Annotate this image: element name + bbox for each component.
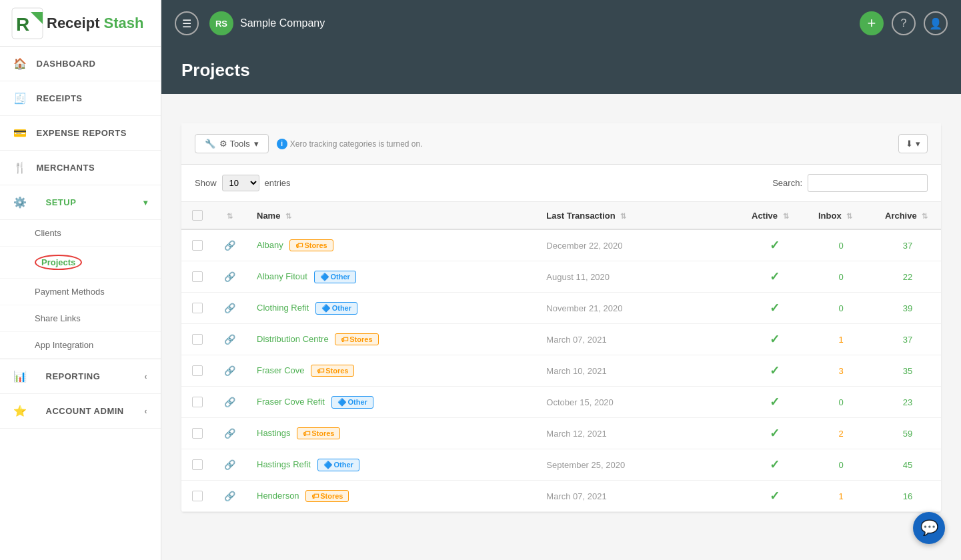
inbox-value-2[interactable]: 0 xyxy=(838,303,843,313)
project-name-5[interactable]: Fraser Cove Refit xyxy=(257,397,325,407)
row-link-5[interactable]: 🔗 xyxy=(213,387,246,418)
row-check-7[interactable] xyxy=(192,459,203,470)
project-name-1[interactable]: Albany Fitout xyxy=(257,271,307,281)
archive-value-2[interactable]: 39 xyxy=(903,303,912,313)
select-all-checkbox[interactable] xyxy=(192,210,203,221)
sidebar-item-account-admin[interactable]: ⭐ ACCOUNT ADMIN ‹ xyxy=(0,394,161,429)
row-inbox-2[interactable]: 0 xyxy=(808,293,874,324)
row-check-4[interactable] xyxy=(192,365,203,376)
row-inbox-6[interactable]: 2 xyxy=(808,418,874,449)
row-checkbox-4[interactable] xyxy=(181,355,213,387)
project-name-7[interactable]: Hastings Refit xyxy=(257,459,311,469)
row-archive-1[interactable]: 22 xyxy=(874,261,941,293)
row-inbox-3[interactable]: 1 xyxy=(808,324,874,355)
row-link-1[interactable]: 🔗 xyxy=(213,261,246,293)
sidebar-item-dashboard[interactable]: 🏠 DASHBOARD xyxy=(0,47,161,81)
link-icon-1[interactable]: 🔗 xyxy=(224,271,235,282)
link-icon-8[interactable]: 🔗 xyxy=(224,491,235,501)
archive-value-4[interactable]: 35 xyxy=(903,366,912,376)
sidebar-item-receipts[interactable]: 🧾 RECEIPTS xyxy=(0,81,161,116)
help-button[interactable]: ? xyxy=(892,11,916,35)
link-icon-2[interactable]: 🔗 xyxy=(224,303,235,313)
inbox-value-6[interactable]: 2 xyxy=(838,429,843,439)
logo[interactable]: R Receipt Stash xyxy=(0,0,161,47)
row-archive-4[interactable]: 35 xyxy=(874,355,941,387)
header-inbox[interactable]: Inbox ⇅ xyxy=(808,202,874,229)
row-link-8[interactable]: 🔗 xyxy=(213,481,246,512)
sidebar-item-reporting[interactable]: 📊 REPORTING ‹ xyxy=(0,359,161,394)
row-checkbox-3[interactable] xyxy=(181,324,213,355)
row-link-0[interactable]: 🔗 xyxy=(213,229,246,261)
link-icon-5[interactable]: 🔗 xyxy=(224,397,235,407)
inbox-value-1[interactable]: 0 xyxy=(838,272,843,282)
row-checkbox-7[interactable] xyxy=(181,449,213,481)
row-inbox-5[interactable]: 0 xyxy=(808,387,874,418)
row-archive-2[interactable]: 39 xyxy=(874,293,941,324)
row-link-4[interactable]: 🔗 xyxy=(213,355,246,387)
inbox-value-8[interactable]: 1 xyxy=(838,491,843,501)
archive-value-6[interactable]: 59 xyxy=(903,429,912,439)
row-inbox-7[interactable]: 0 xyxy=(808,449,874,481)
row-check-0[interactable] xyxy=(192,240,203,251)
project-name-6[interactable]: Hastings xyxy=(257,428,291,438)
row-inbox-1[interactable]: 0 xyxy=(808,261,874,293)
archive-value-7[interactable]: 45 xyxy=(903,460,912,470)
row-check-1[interactable] xyxy=(192,271,203,282)
link-icon-3[interactable]: 🔗 xyxy=(224,334,235,345)
row-checkbox-5[interactable] xyxy=(181,387,213,418)
link-icon-0[interactable]: 🔗 xyxy=(224,240,235,251)
row-check-3[interactable] xyxy=(192,334,203,345)
link-icon-6[interactable]: 🔗 xyxy=(224,428,235,439)
row-archive-6[interactable]: 59 xyxy=(874,418,941,449)
header-archive[interactable]: Archive ⇅ xyxy=(874,202,941,229)
row-checkbox-0[interactable] xyxy=(181,229,213,261)
add-button[interactable]: + xyxy=(860,11,884,35)
sidebar-item-app-integration[interactable]: App Integration xyxy=(0,332,161,359)
entries-select[interactable]: 10 25 50 100 xyxy=(222,175,259,191)
tools-button[interactable]: 🔧 ⚙ Tools ▾ xyxy=(195,134,269,153)
sidebar-item-expense-reports[interactable]: 💳 EXPENSE REPORTS xyxy=(0,116,161,151)
search-input[interactable] xyxy=(808,174,928,192)
sidebar-item-clients[interactable]: Clients xyxy=(0,220,161,247)
row-inbox-4[interactable]: 3 xyxy=(808,355,874,387)
row-check-2[interactable] xyxy=(192,303,203,313)
row-checkbox-2[interactable] xyxy=(181,293,213,324)
row-inbox-8[interactable]: 1 xyxy=(808,481,874,512)
row-archive-7[interactable]: 45 xyxy=(874,449,941,481)
link-icon-7[interactable]: 🔗 xyxy=(224,459,235,470)
header-active[interactable]: Active ⇅ xyxy=(741,202,808,229)
sidebar-item-setup[interactable]: ⚙️ SETUP ▾ xyxy=(0,185,161,220)
project-name-8[interactable]: Henderson xyxy=(257,491,299,501)
company-badge[interactable]: RS xyxy=(209,11,233,35)
archive-value-8[interactable]: 16 xyxy=(903,491,912,501)
archive-value-0[interactable]: 37 xyxy=(903,241,912,251)
chat-bubble[interactable]: 💬 xyxy=(913,512,945,544)
inbox-value-0[interactable]: 0 xyxy=(838,241,843,251)
row-check-5[interactable] xyxy=(192,397,203,407)
row-inbox-0[interactable]: 0 xyxy=(808,229,874,261)
menu-button[interactable]: ☰ xyxy=(175,11,199,35)
inbox-value-3[interactable]: 1 xyxy=(838,335,843,345)
row-link-3[interactable]: 🔗 xyxy=(213,324,246,355)
project-name-4[interactable]: Fraser Cove xyxy=(257,365,305,375)
project-name-3[interactable]: Distribution Centre xyxy=(257,334,329,344)
link-icon-4[interactable]: 🔗 xyxy=(224,365,235,376)
export-button[interactable]: ⬇ ▾ xyxy=(898,134,928,153)
user-button[interactable]: 👤 xyxy=(924,11,948,35)
row-archive-3[interactable]: 37 xyxy=(874,324,941,355)
inbox-value-5[interactable]: 0 xyxy=(838,397,843,407)
row-checkbox-1[interactable] xyxy=(181,261,213,293)
sidebar-item-merchants[interactable]: 🍴 MERCHANTS xyxy=(0,151,161,185)
archive-value-3[interactable]: 37 xyxy=(903,335,912,345)
header-name[interactable]: Name ⇅ xyxy=(246,202,536,229)
row-checkbox-8[interactable] xyxy=(181,481,213,512)
row-link-2[interactable]: 🔗 xyxy=(213,293,246,324)
row-archive-8[interactable]: 16 xyxy=(874,481,941,512)
row-archive-5[interactable]: 23 xyxy=(874,387,941,418)
archive-value-5[interactable]: 23 xyxy=(903,397,912,407)
row-check-6[interactable] xyxy=(192,428,203,439)
row-link-7[interactable]: 🔗 xyxy=(213,449,246,481)
project-name-0[interactable]: Albany xyxy=(257,240,283,250)
row-checkbox-6[interactable] xyxy=(181,418,213,449)
archive-value-1[interactable]: 22 xyxy=(903,272,912,282)
